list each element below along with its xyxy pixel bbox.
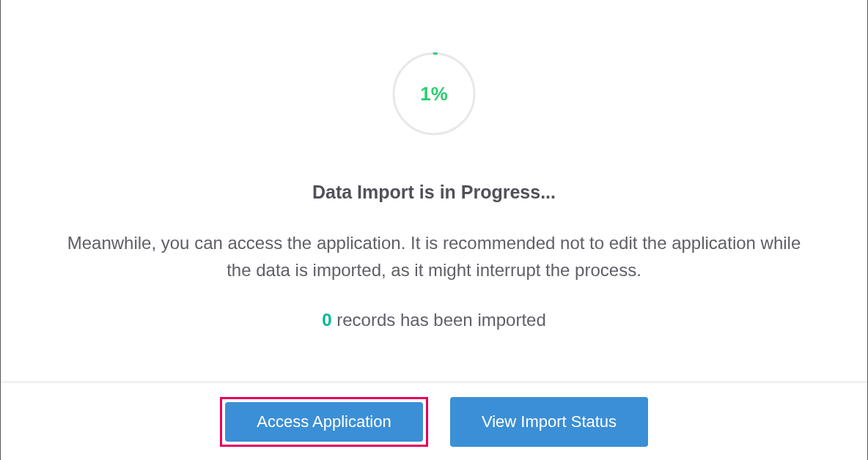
records-imported-line: 0 records has been imported [322,310,546,330]
access-application-button[interactable]: Access Application [225,402,423,442]
page-title: Data Import is in Progress... [312,182,556,203]
records-suffix: records has been imported [332,310,546,330]
highlight-box: Access Application [220,397,428,447]
footer-actions: Access Application View Import Status [1,382,867,460]
import-progress-panel: 1% Data Import is in Progress... Meanwhi… [1,0,867,382]
description-text: Meanwhile, you can access the applicatio… [60,229,808,283]
progress-circle: 1% [390,50,478,138]
progress-percent-label: 1% [420,83,448,105]
records-count: 0 [322,310,331,330]
view-import-status-button[interactable]: View Import Status [450,397,648,447]
